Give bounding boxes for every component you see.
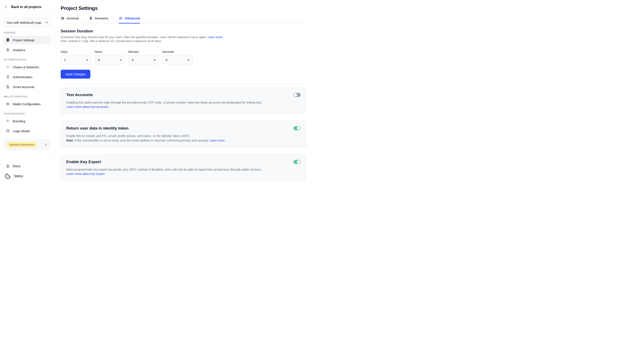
main-content: Project Settings GeneralDomainsAdvanced … [55,0,312,182]
analytics-icon [6,48,10,52]
select-wrap-days: 1 [61,55,91,64]
database-icon [89,16,93,20]
sidebar-item-label: Branding [13,120,25,123]
card-title: Test Accounts [66,93,301,97]
tab-label: General [67,17,79,20]
card-description: Allow programmatic key export via privat… [66,168,270,176]
text-span: Note: [66,139,74,142]
return-user-data-in-identity-token-toggle[interactable] [293,126,301,130]
text-span: If the userIdentifier is set to email, o… [74,139,209,142]
learn-more-about-test-accounts-link[interactable]: Learn more about test accounts [66,105,108,108]
tab-advanced[interactable]: Advanced [119,16,140,23]
sidebar-item-branding[interactable]: Branding [3,117,51,125]
learn-more-link[interactable]: Learn more [208,35,222,39]
sidebar-item-chains-networks[interactable]: Chains & Networks [3,63,51,71]
close-icon[interactable] [44,143,48,147]
sidebar-item-docs[interactable]: Docs [3,162,51,170]
text-span: . [108,105,110,108]
sidebar-item-label: Wallet Configuration [13,102,41,106]
enable-key-export-toggle[interactable] [293,160,301,164]
arrow-left-icon [4,5,8,9]
session-duration-form: Days1Hours0Minutes0Seconds0 [61,50,306,64]
session-duration-heading: Session Duration [61,29,306,33]
nav-group-label-authentication: AUTHENTICATION [4,58,51,61]
duration-field-minutes: Minutes0 [128,50,159,64]
card-return-user-data-in-identity-token: Return user data in identity tokenEnable… [61,121,306,148]
sidebar-item-wallet-configuration[interactable]: Wallet Configuration [3,100,51,108]
page-title: Project Settings [61,5,306,11]
hours-select[interactable]: 0 [95,55,125,64]
session-duration-note: Note: Default is 1 day, with a minimum o… [61,39,288,43]
card-description: Enabling this option permits login throu… [66,100,270,109]
environment-badge: Devnet Environment [7,142,37,147]
test-accounts-toggle[interactable] [293,93,301,97]
select-wrap-hours: 0 [95,55,125,64]
sidebar-item-label: Chains & Networks [13,65,39,69]
duration-field-seconds: Seconds0 [162,50,193,64]
wallet-icon [6,102,10,106]
sidebar-item-authentication[interactable]: Authentication [3,73,51,81]
sidebar: Back to all projects One with Web3Auth (… [0,0,55,182]
sidebar-item-label: Project Settings [13,38,34,42]
learn-more-link[interactable]: Learn more. [209,139,226,142]
nav-group-label-wallet-services: WALLET SERVICES [4,95,51,98]
card-description-line: Learn more about key export. [66,172,270,176]
days-select[interactable]: 1 [61,55,91,64]
document-icon [6,85,10,89]
field-label-days: Days [61,50,91,53]
branding-icon [6,119,10,123]
grid-icon [61,16,65,20]
session-description-text: Customize how long sessions last for you… [61,35,207,39]
save-changes-button[interactable]: Save Changes [61,70,90,79]
sidebar-item-login-modal[interactable]: Login Modal [3,127,51,135]
user-icon [6,129,10,133]
sidebar-item-analytics[interactable]: Analytics [3,46,51,54]
nav-group-label-customization: CUSTOMIZATION [4,112,51,115]
back-to-projects-button[interactable]: Back to all projects [0,0,54,14]
select-wrap-minutes: 0 [128,55,159,64]
seconds-select[interactable]: 0 [162,55,193,64]
settings-cards: Test AccountsEnabling this option permit… [61,87,306,181]
card-description-line: Note: If the userIdentifier is set to em… [66,138,270,143]
clipboard-icon [6,38,10,42]
tab-label: Domains [95,17,108,20]
field-label-seconds: Seconds [162,50,193,53]
card-description-line: Allow programmatic key export via privat… [66,168,270,172]
card-description: Enable this to include user PII—email, p… [66,134,270,143]
card-title: Enable Key Export [66,160,301,164]
tab-label: Advanced [125,17,140,20]
card-enable-key-export: Enable Key ExportAllow programmatic key … [61,154,306,181]
sidebar-item-status[interactable]: Status [3,172,51,180]
chevron-down-icon [45,21,49,24]
minutes-select[interactable]: 0 [128,55,159,64]
tab-bar: GeneralDomainsAdvanced [61,16,306,23]
learn-more-about-key-export-link[interactable]: Learn more about key export. [66,172,105,175]
sidebar-item-label: Status [14,174,23,178]
project-selector-value: One with Web3Auth (sap [7,21,45,24]
sidebar-item-smart-accounts[interactable]: Smart Accounts [3,83,51,91]
wifi-icon [6,65,10,69]
tab-general[interactable]: General [61,16,79,23]
text-span: Allow programmatic key export via privat… [66,168,262,171]
text-span: Enable this to include user PII—email, p… [66,134,190,138]
sidebar-nav: GENERALProject SettingsAnalyticsAUTHENTI… [0,27,54,137]
field-label-hours: Hours [95,50,125,53]
cookie-icon [4,173,11,179]
sidebar-item-project-settings[interactable]: Project Settings [3,36,51,44]
sidebar-item-label: Login Modal [13,129,30,133]
sliders-icon [119,16,123,20]
sidebar-item-label: Docs [13,164,20,168]
field-label-minutes: Minutes [128,50,159,53]
card-description-line: Enable this to include user PII—email, p… [66,134,270,138]
tab-domains[interactable]: Domains [89,16,108,23]
project-selector-dropdown[interactable]: One with Web3Auth (sap [3,18,51,27]
duration-field-hours: Hours0 [95,50,125,64]
sidebar-item-label: Smart Accounts [13,85,34,89]
environment-banner: Devnet Environment [3,139,51,150]
sidebar-item-label: Analytics [13,48,25,52]
sidebar-item-label: Authentication [13,75,32,79]
select-wrap-seconds: 0 [162,55,193,64]
card-description-line: Enabling this option permits login throu… [66,100,270,109]
sidebar-footer: DocsStatus [0,159,54,182]
nav-group-label-general: GENERAL [4,31,51,34]
